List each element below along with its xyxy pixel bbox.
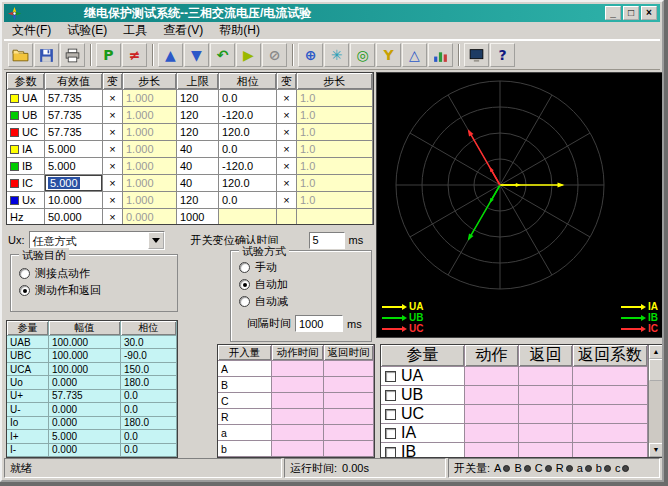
dropdown-arrow-icon[interactable] [148,232,164,249]
mode-option-2[interactable]: 自动减 [239,293,363,310]
limit-cell[interactable]: 120 [177,192,219,209]
scroll-track[interactable] [649,381,663,443]
step-cell[interactable]: 1.0 [297,175,373,192]
step-cell[interactable]: 1.0 [297,124,373,141]
scroll-down-icon[interactable]: ▼ [649,443,663,457]
phase-cell[interactable]: 0.0 [219,141,277,158]
phase-cell[interactable]: -120.0 [219,107,277,124]
limit-cell[interactable]: 120 [177,107,219,124]
step-cell[interactable]: 1.000 [123,192,177,209]
step-cell[interactable]: 1.000 [123,90,177,107]
y-vector-button[interactable]: Y [376,43,401,67]
phase-cell[interactable]: 120.0 [219,124,277,141]
vary-toggle[interactable]: × [103,141,123,158]
menu-item-1[interactable]: 试验(E) [59,21,115,40]
step-down-button[interactable]: ▼ [184,43,209,67]
value-cell[interactable]: 57.735 [45,124,103,141]
vary-toggle[interactable]: × [277,192,297,209]
vary-toggle[interactable]: × [103,158,123,175]
short-circuit-button[interactable]: ≠ [122,43,147,67]
limit-cell[interactable]: 40 [177,141,219,158]
p-wave-button[interactable]: P [96,43,121,67]
menu-item-3[interactable]: 查看(V) [155,21,211,40]
zoom-button[interactable]: ⊕ [298,43,323,67]
minimize-button[interactable]: _ [605,6,621,20]
vary-toggle[interactable]: × [277,107,297,124]
step-cell[interactable]: 1.0 [297,141,373,158]
undo-button[interactable]: ↶ [210,43,235,67]
step-cell[interactable]: 1.0 [297,158,373,175]
phase-cell[interactable]: 120.0 [219,175,277,192]
limit-cell[interactable]: 40 [177,158,219,175]
limit-cell[interactable]: 120 [177,90,219,107]
bar-chart-button[interactable] [428,43,453,67]
step-cell[interactable] [297,209,373,225]
checkbox[interactable] [385,390,396,401]
interval-input[interactable]: 1000 [295,315,343,332]
menu-item-2[interactable]: 工具 [115,21,155,40]
start-button[interactable]: ▶ [236,43,261,67]
step-cell[interactable]: 1.000 [123,158,177,175]
step-cell[interactable]: 1.0 [297,90,373,107]
vary-toggle[interactable]: × [277,90,297,107]
purpose-option-1[interactable]: 测动作和返回 [19,282,169,299]
checkbox[interactable] [385,371,396,382]
phase-cell[interactable]: 0.0 [219,192,277,209]
switch-confirm-input[interactable]: 5 [309,232,345,249]
vary-toggle[interactable]: × [103,192,123,209]
limit-cell[interactable]: 40 [177,175,219,192]
checkbox[interactable] [385,409,396,420]
scroll-thumb[interactable] [649,359,663,381]
step-cell[interactable]: 1.0 [297,192,373,209]
step-cell[interactable]: 0.000 [123,209,177,225]
ux-mode-select[interactable]: 任意方式 [29,231,165,250]
target-button[interactable]: ◎ [350,43,375,67]
stop-button[interactable]: ⊘ [262,43,287,67]
phase-cell[interactable]: 0.0 [219,90,277,107]
value-cell[interactable]: 5.000 [45,175,103,192]
mode-option-0[interactable]: 手动 [239,259,363,276]
value-cell[interactable]: 5.000 [45,141,103,158]
limit-cell[interactable]: 1000 [177,209,219,225]
phase-cell[interactable]: -120.0 [219,158,277,175]
limit-cell[interactable]: 120 [177,124,219,141]
help-button[interactable]: ? [490,43,515,67]
vary-toggle[interactable] [277,209,297,225]
mode-option-1[interactable]: 自动加 [239,276,363,293]
step-cell[interactable]: 1.000 [123,141,177,158]
scrollbar[interactable]: ▲ ▼ [648,345,663,457]
value-cell[interactable]: 57.735 [45,107,103,124]
vary-toggle[interactable]: × [103,124,123,141]
step-cell[interactable]: 1.000 [123,124,177,141]
step-up-button[interactable]: ▲ [158,43,183,67]
vary-toggle[interactable]: × [277,175,297,192]
open-button[interactable] [8,43,33,67]
step-cell[interactable]: 1.000 [123,107,177,124]
value-cell[interactable]: 57.735 [45,90,103,107]
print-button[interactable] [60,43,85,67]
scroll-up-icon[interactable]: ▲ [649,345,663,359]
close-button[interactable]: × [641,6,657,20]
vary-toggle[interactable]: × [103,209,123,225]
value-cell[interactable]: 10.000 [45,192,103,209]
delta-button[interactable]: △ [402,43,427,67]
maximize-button[interactable]: □ [623,6,639,20]
save-button[interactable] [34,43,59,67]
title-bar[interactable]: 继电保护测试系统--三相交流电压/电流试验 _ □ × [4,4,660,22]
phase-cell[interactable] [219,209,277,225]
menu-item-0[interactable]: 文件(F) [4,21,59,40]
vary-toggle[interactable]: × [277,124,297,141]
vector-star-button[interactable]: ✳ [324,43,349,67]
checkbox[interactable] [385,428,396,439]
step-cell[interactable]: 1.0 [297,107,373,124]
purpose-option-0[interactable]: 测接点动作 [19,265,169,282]
checkbox[interactable] [385,447,396,458]
monitor-button[interactable] [464,43,489,67]
vary-toggle[interactable]: × [277,141,297,158]
vary-toggle[interactable]: × [103,175,123,192]
menu-item-4[interactable]: 帮助(H) [211,21,268,40]
step-cell[interactable]: 1.000 [123,175,177,192]
vary-toggle[interactable]: × [277,158,297,175]
value-cell[interactable]: 50.000 [45,209,103,225]
vary-toggle[interactable]: × [103,107,123,124]
